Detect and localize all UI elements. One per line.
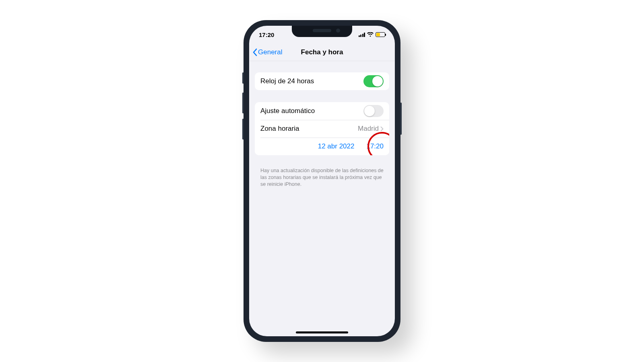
cellular-icon xyxy=(359,33,365,37)
power-button xyxy=(400,103,402,135)
timezone-text: Madrid xyxy=(358,125,379,133)
back-button[interactable]: General xyxy=(252,43,282,61)
row-timezone[interactable]: Zona horaria Madrid xyxy=(255,120,389,138)
status-right xyxy=(359,32,386,37)
row-24h-clock[interactable]: Reloj de 24 horas xyxy=(255,72,389,90)
timezone-value: Madrid xyxy=(358,125,384,133)
group-datetime: Ajuste automático Zona horaria Madrid 12… xyxy=(255,102,389,155)
date-button[interactable]: 12 abr 2022 xyxy=(318,142,355,150)
row-label: Ajuste automático xyxy=(260,107,315,115)
page-title: Fecha y hora xyxy=(301,48,343,56)
status-time: 17:20 xyxy=(259,31,274,38)
row-auto-set[interactable]: Ajuste automático xyxy=(255,102,389,120)
back-label: General xyxy=(258,48,282,56)
screen: 17:20 General Fecha y hora Reloj de 24 h… xyxy=(249,26,395,336)
toggle-auto-set[interactable] xyxy=(363,105,384,117)
silence-switch xyxy=(242,72,244,84)
iphone-frame: 17:20 General Fecha y hora Reloj de 24 h… xyxy=(244,20,400,342)
toggle-24h-clock[interactable] xyxy=(363,75,384,87)
content: Reloj de 24 horas Ajuste automático Zona… xyxy=(249,61,395,336)
nav-bar: General Fecha y hora xyxy=(249,43,395,61)
chevron-right-icon xyxy=(380,126,384,132)
row-date-time: 12 abr 2022 17:20 xyxy=(255,138,389,155)
footer-note: Hay una actualización disponible de las … xyxy=(260,167,384,188)
volume-down-button xyxy=(242,119,244,140)
home-indicator[interactable] xyxy=(296,331,348,333)
wifi-icon xyxy=(367,32,374,37)
volume-up-button xyxy=(242,93,244,113)
chevron-left-icon xyxy=(252,48,257,56)
row-label: Reloj de 24 horas xyxy=(260,77,314,85)
notch xyxy=(292,26,352,37)
battery-icon xyxy=(376,32,385,37)
group-clock: Reloj de 24 horas xyxy=(255,72,389,90)
row-label: Zona horaria xyxy=(260,125,299,133)
time-button[interactable]: 17:20 xyxy=(366,142,384,150)
